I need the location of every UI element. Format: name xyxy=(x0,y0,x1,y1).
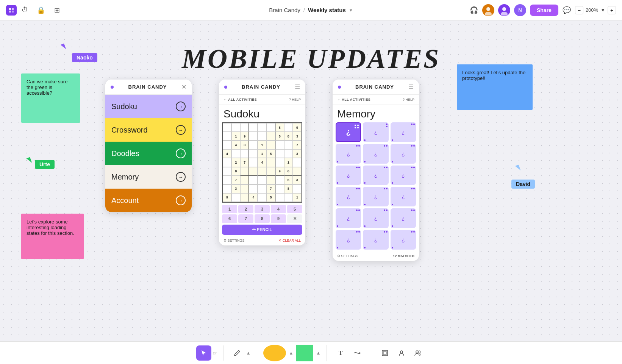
sudoku-cell[interactable] xyxy=(231,193,240,202)
settings-link-3[interactable]: ⚙ SETTINGS xyxy=(337,254,358,258)
sudoku-cell[interactable]: 7 xyxy=(231,176,240,184)
sudoku-cell[interactable]: 8 xyxy=(231,167,240,176)
sudoku-cell[interactable] xyxy=(267,176,275,184)
sudoku-cell[interactable]: 5 xyxy=(275,132,284,141)
memory-card[interactable]: ¿ xyxy=(391,122,416,142)
sudoku-cell[interactable]: 1 xyxy=(293,193,302,202)
sudoku-cell[interactable] xyxy=(249,176,258,184)
sudoku-cell[interactable]: 9 xyxy=(293,123,302,132)
sudoku-cell[interactable] xyxy=(258,176,266,184)
person-tool-button[interactable] xyxy=(394,345,409,361)
sudoku-cell[interactable] xyxy=(240,184,249,193)
menu-item-sudoku[interactable]: Sudoku → xyxy=(105,95,192,118)
memory-card[interactable]: ¿ xyxy=(336,122,361,142)
sudoku-cell[interactable] xyxy=(275,184,284,193)
oval-shape-tool[interactable] xyxy=(263,345,286,361)
num-btn-3[interactable]: 3 xyxy=(255,205,270,213)
sudoku-cell[interactable] xyxy=(267,141,275,149)
sudoku-cell[interactable] xyxy=(240,149,249,158)
sudoku-cell[interactable]: 4 xyxy=(223,149,231,158)
project-name[interactable]: Brain Candy xyxy=(269,7,300,13)
sudoku-cell[interactable] xyxy=(275,149,284,158)
memory-card[interactable]: ¿ xyxy=(363,230,388,250)
sudoku-cell[interactable]: 1 xyxy=(258,149,266,158)
memory-card[interactable]: ¿ xyxy=(336,144,361,164)
pencil-tool-button[interactable] xyxy=(230,345,245,361)
memory-card[interactable]: ¿ xyxy=(363,166,388,185)
draw-chevron-icon[interactable]: ▲ xyxy=(246,350,251,356)
memory-card[interactable]: ¿ xyxy=(363,122,388,142)
sudoku-cell[interactable]: 8 xyxy=(284,184,293,193)
num-btn-1[interactable]: 1 xyxy=(222,205,237,213)
memory-card[interactable]: ¿ xyxy=(391,144,416,164)
phone-close-icon[interactable]: ✕ xyxy=(181,83,186,91)
sudoku-cell[interactable] xyxy=(223,176,231,184)
sudoku-cell[interactable] xyxy=(275,193,284,202)
sudoku-cell[interactable]: 7 xyxy=(293,141,302,149)
sudoku-cell[interactable]: 3 xyxy=(293,132,302,141)
page-title[interactable]: Weekly status xyxy=(308,7,346,13)
sudoku-cell[interactable] xyxy=(223,141,231,149)
memory-card[interactable]: ¿ xyxy=(391,208,416,228)
sudoku-cell[interactable] xyxy=(240,123,249,132)
oval-chevron-icon[interactable]: ▲ xyxy=(289,350,294,356)
sudoku-cell[interactable] xyxy=(293,184,302,193)
memory-card[interactable]: ¿ xyxy=(363,187,388,206)
sudoku-cell[interactable] xyxy=(231,149,240,158)
sudoku-cell[interactable] xyxy=(249,132,258,141)
sudoku-cell[interactable]: 3 xyxy=(231,184,240,193)
sudoku-cell[interactable]: 5 xyxy=(267,149,275,158)
sudoku-cell[interactable] xyxy=(267,167,275,176)
sudoku-cell[interactable] xyxy=(223,184,231,193)
num-btn-6[interactable]: 6 xyxy=(222,214,237,223)
connector-tool-button[interactable] xyxy=(350,345,365,361)
phone2-menu-icon[interactable]: ☰ xyxy=(295,83,300,91)
sudoku-cell[interactable]: 1 xyxy=(231,132,240,141)
avatar-n[interactable]: N xyxy=(514,4,526,16)
zoom-in-button[interactable]: + xyxy=(608,6,616,14)
grid-icon[interactable]: ⊞ xyxy=(52,6,61,15)
lock-icon[interactable]: 🔒 xyxy=(36,6,45,15)
avatar-user2[interactable] xyxy=(498,4,510,16)
sudoku-cell[interactable]: 9 xyxy=(223,193,231,202)
num-btn-2[interactable]: 2 xyxy=(238,205,253,213)
num-btn-5[interactable]: 5 xyxy=(287,205,302,213)
sudoku-cell[interactable] xyxy=(284,149,293,158)
memory-card[interactable]: ¿ xyxy=(336,187,361,206)
sudoku-cell[interactable] xyxy=(267,123,275,132)
sudoku-cell[interactable] xyxy=(258,184,266,193)
app-logo[interactable] xyxy=(6,5,17,16)
sudoku-cell[interactable] xyxy=(240,176,249,184)
sticky-note-pink[interactable]: Let's explore some interesting loading s… xyxy=(21,214,84,259)
page-chevron-icon[interactable]: ▼ xyxy=(349,8,353,12)
num-btn-8[interactable]: 8 xyxy=(255,214,270,223)
group-tool-button[interactable] xyxy=(411,345,426,361)
settings-link[interactable]: ⚙ SETTINGS xyxy=(223,239,245,242)
sudoku-cell[interactable]: 6 xyxy=(284,167,293,176)
phone3-menu-icon[interactable]: ☰ xyxy=(408,83,414,91)
pencil-button[interactable]: ✏ PENCIL xyxy=(222,225,302,235)
zoom-out-button[interactable]: − xyxy=(575,6,583,14)
sudoku-cell[interactable] xyxy=(284,123,293,132)
sudoku-cell[interactable] xyxy=(258,167,266,176)
sudoku-cell[interactable] xyxy=(249,167,258,176)
cursor-tool-button[interactable] xyxy=(196,345,211,361)
memory-card[interactable]: ¿ xyxy=(336,166,361,185)
sudoku-cell[interactable]: 3 xyxy=(240,141,249,149)
sudoku-cell[interactable] xyxy=(249,149,258,158)
all-activities-back-3[interactable]: ← ALL ACTIVITIES xyxy=(337,98,370,102)
memory-card[interactable]: ¿ xyxy=(391,166,416,185)
menu-item-account[interactable]: Account → xyxy=(105,189,192,212)
sudoku-cell[interactable] xyxy=(231,123,240,132)
sudoku-cell[interactable] xyxy=(249,141,258,149)
sudoku-cell[interactable]: 7 xyxy=(267,184,275,193)
sudoku-cell[interactable]: 1 xyxy=(284,158,293,167)
comment-icon[interactable]: 💬 xyxy=(562,6,571,15)
sudoku-cell[interactable] xyxy=(275,141,284,149)
sudoku-cell[interactable]: 9 xyxy=(275,167,284,176)
sudoku-cell[interactable] xyxy=(249,184,258,193)
num-btn-clear[interactable]: ✕ xyxy=(287,214,302,223)
avatar-user1[interactable] xyxy=(482,4,494,16)
sticky-note-green[interactable]: Can we make sure the green is accessible… xyxy=(21,73,80,123)
sudoku-cell[interactable] xyxy=(293,167,302,176)
